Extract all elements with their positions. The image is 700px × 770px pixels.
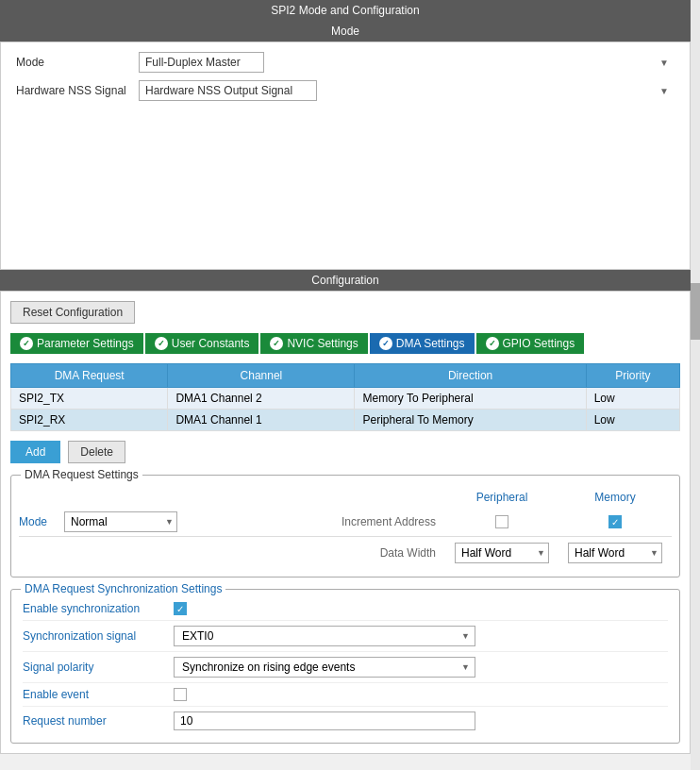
memory-inc-col bbox=[558, 515, 672, 528]
tab-user-constants[interactable]: ✓ User Constants bbox=[145, 333, 259, 354]
request-number-row: Request number bbox=[23, 707, 668, 735]
tab-nvic-settings[interactable]: ✓ NVIC Settings bbox=[260, 333, 367, 354]
reset-config-button[interactable]: Reset Configuration bbox=[10, 301, 135, 324]
tab-nvic-label: NVIC Settings bbox=[287, 337, 358, 350]
dma-request-settings-box: DMA Request Settings Peripheral Memory M… bbox=[10, 475, 680, 578]
row2-priority: Low bbox=[586, 410, 679, 431]
tab-parameter-label: Parameter Settings bbox=[37, 337, 134, 350]
col-direction: Direction bbox=[355, 364, 586, 388]
signal-polarity-value: Synchronize on rising edge events bbox=[174, 657, 668, 678]
user-constants-check-icon: ✓ bbox=[155, 337, 168, 350]
enable-sync-label: Enable synchronization bbox=[23, 602, 174, 615]
row1-direction: Memory To Peripheral bbox=[355, 388, 586, 410]
signal-polarity-label: Signal polarity bbox=[23, 661, 174, 674]
request-number-label: Request number bbox=[23, 714, 174, 728]
dma-req-inner: Peripheral Memory Mode Normal bbox=[19, 491, 672, 569]
tab-gpio-settings[interactable]: ✓ GPIO Settings bbox=[476, 333, 585, 354]
tabs-container: ✓ Parameter Settings ✓ User Constants ✓ … bbox=[10, 333, 680, 354]
inc-address-label: Increment Address bbox=[226, 515, 445, 528]
enable-sync-checkbox[interactable] bbox=[174, 602, 187, 615]
signal-polarity-wrapper: Synchronize on rising edge events bbox=[174, 657, 475, 678]
tab-dma-settings[interactable]: ✓ DMA Settings bbox=[370, 333, 475, 354]
row2-channel: DMA1 Channel 1 bbox=[168, 410, 355, 431]
col-dma-request: DMA Request bbox=[11, 364, 168, 388]
enable-event-value bbox=[174, 688, 668, 701]
table-row[interactable]: SPI2_RX DMA1 Channel 1 Peripheral To Mem… bbox=[11, 410, 680, 431]
enable-event-checkbox[interactable] bbox=[174, 688, 187, 701]
mode-field-row: Mode Full-Duplex Master ▼ bbox=[16, 52, 675, 73]
delete-button[interactable]: Delete bbox=[68, 441, 125, 463]
mode-select-dma[interactable]: Normal bbox=[64, 511, 177, 532]
sync-signal-value: EXTI0 bbox=[174, 626, 668, 646]
row2-direction: Peripheral To Memory bbox=[355, 410, 586, 431]
dma-check-icon: ✓ bbox=[379, 337, 392, 350]
col-priority: Priority bbox=[586, 364, 679, 388]
enable-event-label: Enable event bbox=[23, 688, 174, 701]
row1-channel: DMA1 Channel 2 bbox=[168, 388, 355, 410]
memory-dw-select[interactable]: Half Word bbox=[568, 543, 662, 563]
tab-gpio-label: GPIO Settings bbox=[503, 337, 575, 350]
enable-event-row: Enable event bbox=[23, 683, 668, 707]
scrollbar-thumb[interactable] bbox=[691, 283, 700, 340]
mode-section-header: Mode bbox=[0, 21, 691, 42]
sync-signal-select-wrapper: EXTI0 bbox=[174, 626, 475, 646]
sync-signal-select[interactable]: EXTI0 bbox=[174, 626, 475, 646]
memory-dw-col: Half Word bbox=[558, 543, 672, 563]
peripheral-dw-col: Half Word bbox=[445, 543, 558, 563]
enable-sync-value bbox=[174, 602, 668, 615]
config-header: Configuration bbox=[0, 270, 691, 291]
request-number-value bbox=[174, 711, 668, 730]
nss-field-row: Hardware NSS Signal Hardware NSS Output … bbox=[16, 80, 675, 101]
col-channel: Channel bbox=[168, 364, 355, 388]
dw-label: Data Width bbox=[227, 546, 445, 560]
gpio-check-icon: ✓ bbox=[486, 337, 499, 350]
top-header: SPI2 Mode and Configuration bbox=[0, 0, 691, 21]
mode-select-wrapper-dma: Normal bbox=[64, 511, 177, 532]
nvic-check-icon: ✓ bbox=[270, 337, 283, 350]
enable-sync-row: Enable synchronization bbox=[23, 597, 668, 621]
mode-title: Mode bbox=[331, 25, 359, 38]
sync-signal-label: Synchronization signal bbox=[23, 629, 174, 643]
tab-dma-label: DMA Settings bbox=[396, 337, 465, 350]
peripheral-col-header: Peripheral bbox=[445, 491, 558, 504]
sync-settings-title: DMA Request Synchronization Settings bbox=[21, 582, 225, 595]
memory-inc-checkbox[interactable] bbox=[608, 515, 622, 528]
inc-right: Increment Address bbox=[226, 515, 672, 528]
tab-user-constants-label: User Constants bbox=[172, 337, 250, 350]
tab-parameter-settings[interactable]: ✓ Parameter Settings bbox=[10, 333, 143, 354]
mode-section-body: Mode Full-Duplex Master ▼ Hardware NSS S… bbox=[0, 42, 691, 270]
row2-request: SPI2_RX bbox=[11, 410, 168, 431]
peripheral-inc-col bbox=[445, 515, 558, 528]
header-title: SPI2 Mode and Configuration bbox=[271, 4, 419, 17]
table-row[interactable]: SPI2_TX DMA1 Channel 2 Memory To Periphe… bbox=[11, 388, 680, 410]
add-button[interactable]: Add bbox=[10, 441, 60, 463]
memory-dw-wrapper: Half Word bbox=[568, 543, 662, 563]
mode-select[interactable]: Full-Duplex Master bbox=[139, 52, 264, 73]
sync-settings-box: DMA Request Synchronization Settings Ena… bbox=[10, 589, 680, 744]
dma-table: DMA Request Channel Direction Priority S… bbox=[10, 363, 680, 431]
peripheral-inc-checkbox[interactable] bbox=[495, 515, 508, 528]
nss-select[interactable]: Hardware NSS Output Signal bbox=[139, 80, 317, 101]
row1-request: SPI2_TX bbox=[11, 388, 168, 410]
action-buttons: Add Delete bbox=[10, 441, 680, 463]
row1-priority: Low bbox=[586, 388, 679, 410]
sync-signal-row: Synchronization signal EXTI0 bbox=[23, 621, 668, 652]
peripheral-dw-wrapper: Half Word bbox=[455, 543, 549, 563]
nss-label: Hardware NSS Signal bbox=[16, 84, 139, 97]
mode-spacer bbox=[16, 109, 675, 259]
mode-select-wrapper: Full-Duplex Master bbox=[139, 52, 675, 73]
signal-polarity-select[interactable]: Synchronize on rising edge events bbox=[174, 657, 475, 678]
nss-select-wrapper: Hardware NSS Output Signal bbox=[139, 80, 675, 101]
mode-inc-row: Mode Normal Increment Address bbox=[19, 508, 672, 537]
scrollbar[interactable] bbox=[691, 0, 700, 770]
config-body: Reset Configuration ✓ Parameter Settings… bbox=[0, 291, 691, 754]
config-title: Configuration bbox=[311, 274, 378, 287]
pm-header: Peripheral Memory bbox=[19, 491, 672, 504]
mode-label: Mode bbox=[16, 56, 139, 69]
parameter-check-icon: ✓ bbox=[20, 337, 33, 350]
mode-field-label: Mode bbox=[19, 515, 57, 528]
request-number-input[interactable] bbox=[174, 711, 475, 730]
memory-col-header: Memory bbox=[558, 491, 672, 504]
mode-left: Mode Normal bbox=[19, 511, 226, 532]
peripheral-dw-select[interactable]: Half Word bbox=[455, 543, 549, 563]
